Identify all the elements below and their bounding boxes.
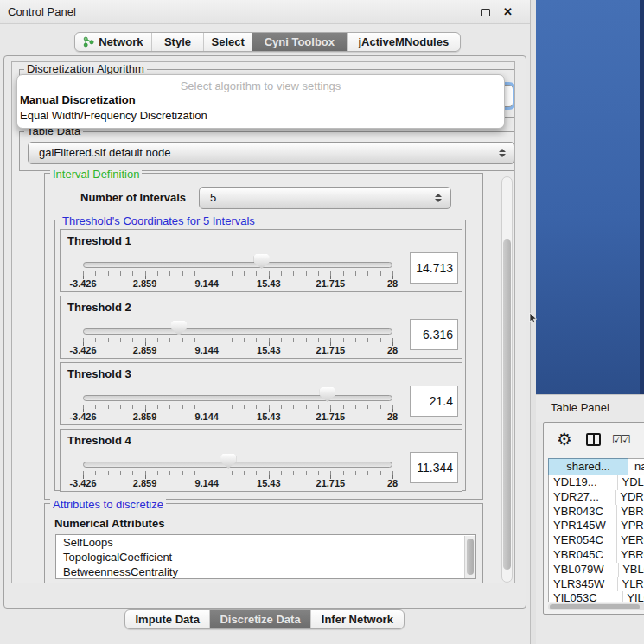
tab-network[interactable]: Network [75,33,152,51]
threshold-4-row: Threshold 4 -3.426 2.859 9.144 15.43 21.… [60,429,462,492]
table-row[interactable]: YBL079WYBL0 [549,563,644,577]
tab-content-frame: Discretization Algorithm Select algorith… [3,55,526,609]
table-row[interactable]: YER054CYER0 [549,533,644,548]
threshold-2-slider-track[interactable] [83,328,392,335]
tab-label: Impute Data [135,613,199,626]
threshold-4-value-field[interactable]: 11.344 [410,452,458,483]
scrollbar-thumb[interactable] [467,539,474,575]
threshold-1-slider-track[interactable] [83,262,392,268]
tick-label: 21.715 [316,411,346,422]
table-horizontal-scrollbar[interactable] [548,603,644,610]
tick-label: 28 [387,478,398,488]
control-panel-titlebar: Control Panel ✕ [0,0,530,24]
list-item[interactable]: BetweennessCentrality [56,564,475,579]
tab-label: Style [164,35,191,48]
threshold-3-value-field[interactable]: 21.4 [410,386,458,417]
table-cell[interactable]: YPR145W [549,519,617,533]
combo-stepper-icon[interactable] [435,192,442,204]
thresholds-group-title: Threshold's Coordinates for 5 Intervals [60,214,258,227]
threshold-3-row: Threshold 3 -3.426 2.859 9.144 15.43 21.… [60,362,462,425]
table-cell[interactable]: YBL0 [619,563,644,577]
tab-style[interactable]: Style [152,33,205,51]
attributes-list-scrollbar[interactable] [464,536,475,579]
tick-label: 15.43 [257,278,281,289]
tab-infer-network[interactable]: Infer Network [311,610,404,628]
tick-label: 9.144 [194,411,219,422]
scrollbar-thumb[interactable] [503,239,511,570]
list-item[interactable]: TopologicalCoefficient [56,550,475,564]
threshold-1-value-field[interactable]: 14.713 [410,252,458,284]
table-cell[interactable]: YBR043C [549,505,617,520]
table-cell[interactable]: YER0 [617,533,644,548]
table-cell[interactable]: YDL19... [549,475,618,490]
tab-label: Infer Network [322,613,393,626]
table-cell[interactable]: YLR345W [549,577,618,592]
table-row[interactable]: YIL053CYIL0 [549,591,644,602]
select-columns-checkboxes-icon[interactable]: ☑☑ [612,433,628,446]
network-icon [83,36,94,48]
table-row[interactable]: YLR345WYLR3 [549,577,644,592]
table-cell[interactable]: YDL1 [618,475,644,490]
table-cell[interactable]: YBL079W [549,563,619,577]
tab-label: Discretize Data [220,613,300,626]
number-of-intervals-combobox[interactable]: 5 [199,187,451,209]
tick-label: 9.144 [194,345,219,355]
popup-item-manual-discretization[interactable]: Manual Discretization [20,93,136,106]
table-row[interactable]: YPR145WYPR1 [549,519,644,533]
tab-discretize-data[interactable]: Discretize Data [210,610,310,628]
table-cell[interactable]: YLR3 [618,577,644,592]
table-cell[interactable]: YBR0 [617,505,644,520]
tab-cyni-toolbox[interactable]: Cyni Toolbox [252,33,348,51]
mouse-cursor [529,313,538,325]
attributes-group-title: Attributes to discretize [50,498,166,511]
table-cell[interactable]: YBR0 [617,548,644,563]
discretization-algorithm-group-title: Discretization Algorithm [24,62,147,75]
threshold-2-row: Threshold 2 -3.426 2.859 9.144 15.43 21.… [60,296,462,359]
table-cell[interactable]: YPR1 [617,519,644,533]
number-of-intervals-label: Number of Intervals [80,187,186,209]
table-row[interactable]: YDR27...YDR2 [549,490,644,505]
popup-item-equal-width-frequency[interactable]: Equal Width/Frequency Discretization [20,109,207,122]
scrollbar-thumb[interactable] [550,604,640,609]
threshold-1-label: Threshold 1 [67,234,131,247]
tab-select[interactable]: Select [204,33,252,51]
list-item[interactable]: SelfLoops [56,535,475,550]
columns-icon[interactable] [586,433,601,446]
close-panel-icon[interactable]: ✕ [503,5,513,18]
tick-label: 15.43 [257,345,281,355]
network-desktop-background: GAL80 GA C GAL11 GAL4 GCY1 H HAP2 [536,0,644,394]
threshold-2-value-field[interactable]: 6.316 [410,319,458,350]
table-cell[interactable]: YDR27... [549,490,616,505]
screenshot-root: Control Panel ✕ Network Style Select Cyn… [0,0,644,644]
control-panel-window: Control Panel ✕ Network Style Select Cyn… [0,0,531,644]
numerical-attributes-label: Numerical Attributes [54,517,164,530]
tick-label: 28 [387,411,398,422]
table-cell[interactable]: YIL0 [623,591,644,602]
tick-label: 9.144 [194,478,219,488]
slider-minor-ticks [83,271,393,276]
tick-label: 2.859 [133,345,157,355]
column-header-shared-name[interactable]: shared... [548,458,628,475]
table-row[interactable]: YDL19...YDL1 [549,475,644,490]
threshold-3-slider-track[interactable] [83,395,392,401]
threshold-4-slider-track[interactable] [83,462,392,468]
tab-impute-data[interactable]: Impute Data [125,610,210,628]
tab-label: Cyni Toolbox [265,35,335,48]
table-cell[interactable]: YBR045C [549,548,617,563]
tick-label: -3.426 [69,411,96,422]
float-window-icon[interactable] [481,9,490,16]
table-cell[interactable]: YDR2 [616,490,644,505]
table-data-combobox[interactable]: galFiltered.sif default node [28,142,515,164]
tab-jactivemnodules[interactable]: jActiveMNodules [348,33,460,51]
tick-label: 28 [387,345,398,355]
column-header-name[interactable]: na [628,458,644,475]
table-row[interactable]: YBR043CYBR0 [549,505,644,520]
tick-label: -3.426 [69,278,96,289]
table-row[interactable]: YBR045CYBR0 [549,548,644,563]
gear-icon[interactable]: ⚙ [557,430,572,448]
combo-stepper-icon[interactable] [499,147,506,159]
table-cell[interactable]: YIL053C [549,591,623,602]
table-cell[interactable]: YER054C [549,533,617,548]
slider-minor-ticks [83,405,393,409]
settings-scrollbar[interactable] [501,176,513,583]
